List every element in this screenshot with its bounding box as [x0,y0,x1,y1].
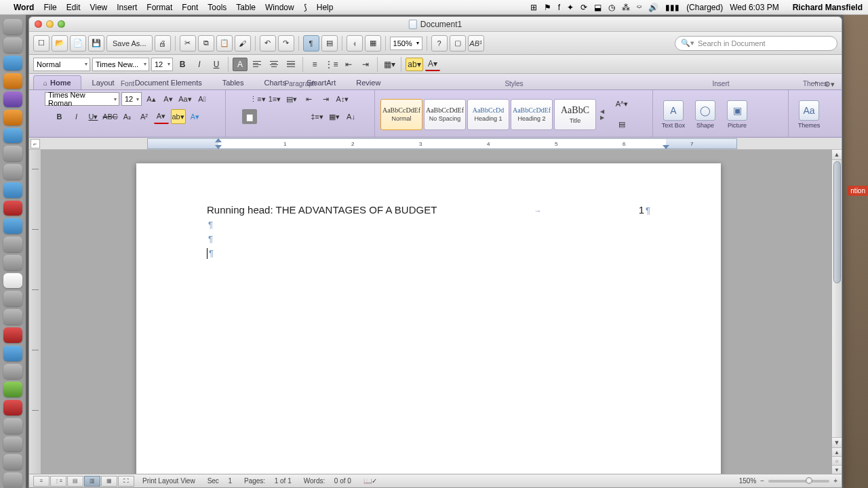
vertical-ruler[interactable] [29,150,41,474]
themes-button[interactable]: AaThemes [794,100,824,129]
ribbon-fontcolor-button[interactable]: A▾ [154,109,169,124]
scroll-up-button[interactable]: ▲ [832,150,842,160]
scroll-down-button[interactable]: ▼ [832,437,842,447]
search-input[interactable]: 🔍▾ Search in Document [675,36,837,51]
open-recent-button[interactable]: 📄 [70,35,86,52]
show-formatting-button[interactable]: ¶ [303,35,319,52]
dock-item[interactable] [3,291,22,306]
bulleted-list-button[interactable]: ⋮≡ [324,58,339,71]
numbering-button[interactable]: 1≡▾ [267,92,282,106]
print-layout-view-button[interactable]: ▥ [84,476,100,487]
script-menu-icon[interactable]: ⟆ [304,3,307,12]
paragraph-shading-button[interactable]: ▆ [242,109,257,124]
redo-button[interactable]: ↷ [278,35,294,52]
insert-textbox-button[interactable]: AText Box [658,100,688,129]
dock-item[interactable] [3,237,22,252]
grow-font-button[interactable]: A▴ [144,92,159,106]
bullets-button[interactable]: ⋮≡▾ [250,92,265,106]
window-titlebar[interactable]: Document1 [29,17,842,32]
paragraph-borders-button[interactable]: ▦▾ [327,109,342,124]
dock-trash-icon[interactable] [3,472,22,488]
styles-pane-button[interactable]: ▤ [613,116,631,134]
font-size-combo[interactable]: 12 [151,58,173,71]
draft-view-button[interactable]: ≡ [33,476,50,487]
style-heading-1[interactable]: AaBbCcDdHeading 1 [467,99,509,130]
dock-item[interactable] [3,309,22,325]
dock-item[interactable] [3,418,22,434]
dock-item[interactable] [3,182,22,198]
ribbon-font-combo[interactable]: Times New Roman [45,92,119,106]
underline-button[interactable]: U [209,58,224,71]
change-styles-button[interactable]: Aᴬ▾ [613,96,631,113]
style-title[interactable]: AaBbCTitle [554,99,596,130]
menu-format[interactable]: Format [146,3,172,12]
status-icon[interactable]: ⚑ [544,3,551,12]
dock-item[interactable] [3,37,22,53]
save-as-button[interactable]: Save As... [106,35,153,52]
browse-object-button[interactable]: ○ [832,456,842,465]
ribbon-italic-button[interactable]: I [69,109,84,124]
format-painter-button[interactable]: 🖌 [235,35,251,52]
menu-insert[interactable]: Insert [117,3,137,12]
highlight-button[interactable]: ab▾ [406,58,423,71]
font-color-button[interactable]: A▾ [425,58,440,71]
insert-picture-button[interactable]: ▣Picture [722,100,752,129]
shading-button[interactable]: A [233,58,248,71]
print-button[interactable]: 🖨 [155,35,171,52]
section-number[interactable]: 1 [228,477,232,485]
dock-item[interactable] [3,400,22,415]
sort-button[interactable]: A↓ [344,109,359,124]
open-button[interactable]: 📂 [52,35,68,52]
document-page[interactable]: Running head: THE ADVANTAGES OF A BUDGET… [136,163,721,474]
increase-indent-button[interactable]: ⇥ [358,58,373,71]
menu-edit[interactable]: Edit [66,3,81,12]
words-value[interactable]: 0 of 0 [334,477,351,485]
prev-page-button[interactable]: ▲ [832,447,842,456]
save-button[interactable]: 💾 [88,35,104,52]
document-viewport[interactable]: Running head: THE ADVANTAGES OF A BUDGET… [41,150,842,474]
undo-button[interactable]: ↶ [260,35,276,52]
zoom-slider[interactable] [768,480,829,483]
dock-item[interactable] [3,92,22,107]
zoom-in-button[interactable]: + [833,477,837,485]
outline-view-button[interactable]: ⋮≡ [50,476,66,487]
decrease-indent-button[interactable]: ⇤ [341,58,356,71]
dock-safari-icon[interactable] [3,56,22,71]
text-direction-button[interactable]: A↕▾ [335,92,350,106]
style-combo[interactable]: Normal [33,58,90,71]
copy-button[interactable]: ⧉ [198,35,214,52]
status-icon[interactable]: ✦ [567,3,574,12]
bluetooth-icon[interactable]: ⁂ [622,3,630,12]
dock-finder-icon[interactable] [3,19,22,35]
ribbon-fontsize-combo[interactable]: 12 [121,92,142,106]
style-normal[interactable]: AaBbCcDdEfNormal [380,99,422,130]
dock-item[interactable] [3,255,22,270]
font-combo[interactable]: Times New... [92,58,149,71]
user-menu[interactable]: Richard Mansfield [793,3,863,12]
italic-button[interactable]: I [192,58,207,71]
dock-item[interactable] [3,454,22,470]
decrease-indent-button[interactable]: ⇤ [301,92,316,106]
close-button[interactable] [35,20,42,28]
subscript-button[interactable]: A₂ [120,109,135,124]
scroll-thumb[interactable] [833,161,841,283]
menu-table[interactable]: Table [236,3,256,12]
gallery-button[interactable]: ▦ [365,35,381,52]
volume-icon[interactable]: 🔊 [648,3,658,12]
zoom-value[interactable]: 150% [739,477,757,485]
zoom-combo[interactable]: 150%▾ [390,37,422,50]
align-left-button[interactable] [259,109,274,124]
page-number[interactable]: 1 [639,204,644,216]
dock-item[interactable] [3,201,22,216]
dock-mail-icon[interactable] [3,128,22,144]
strikethrough-button[interactable]: ABC [103,109,118,124]
sidebar-button[interactable]: ⫞ [347,35,363,52]
app-menu[interactable]: Word [14,3,34,12]
dock-item[interactable] [3,382,22,397]
cut-button[interactable]: ✂ [180,35,196,52]
dropbox-icon[interactable]: ⬓ [594,3,601,12]
align-left-button[interactable] [250,58,264,71]
menu-tools[interactable]: Tools [208,3,226,12]
toolbox-button[interactable]: ▤ [321,35,338,52]
zoom-out-button[interactable]: − [760,477,764,485]
